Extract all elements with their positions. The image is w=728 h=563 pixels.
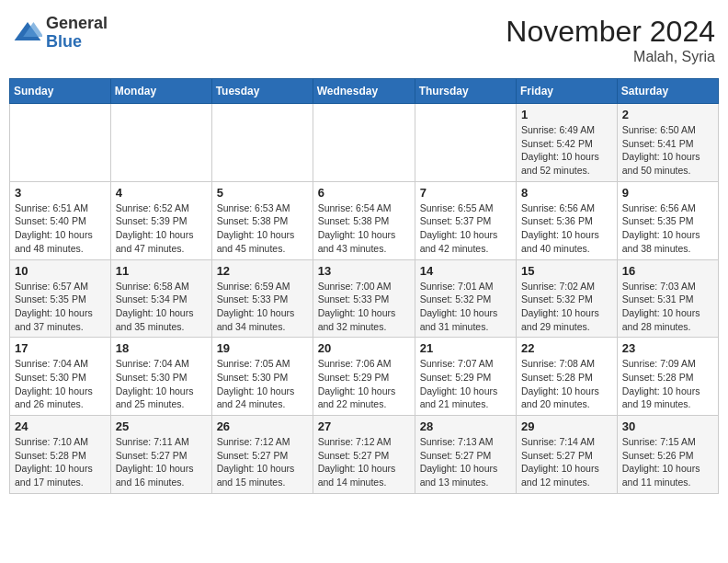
logo-icon (13, 18, 42, 48)
day-number: 27 (318, 419, 410, 433)
day-info: Sunrise: 7:08 AMSunset: 5:28 PMDaylight:… (521, 357, 612, 411)
calendar-cell: 29Sunrise: 7:14 AMSunset: 5:27 PMDayligh… (517, 416, 618, 494)
calendar-header-monday: Monday (110, 79, 211, 104)
day-info: Sunrise: 7:04 AMSunset: 5:30 PMDaylight:… (15, 357, 106, 411)
calendar-cell: 22Sunrise: 7:08 AMSunset: 5:28 PMDayligh… (517, 338, 618, 416)
calendar-week-row: 1Sunrise: 6:49 AMSunset: 5:42 PMDaylight… (10, 104, 719, 182)
calendar-cell: 3Sunrise: 6:51 AMSunset: 5:40 PMDaylight… (10, 181, 111, 259)
calendar-cell: 6Sunrise: 6:54 AMSunset: 5:38 PMDaylight… (313, 181, 415, 259)
logo: General Blue (13, 15, 108, 52)
calendar-header-saturday: Saturday (617, 79, 718, 104)
day-number: 28 (420, 419, 511, 433)
calendar-cell: 1Sunrise: 6:49 AMSunset: 5:42 PMDaylight… (517, 104, 618, 182)
day-info: Sunrise: 6:57 AMSunset: 5:35 PMDaylight:… (15, 280, 106, 334)
page-header: General Blue November 2024 Malah, Syria (9, 9, 719, 71)
day-info: Sunrise: 6:54 AMSunset: 5:38 PMDaylight:… (318, 201, 410, 256)
calendar-cell (415, 104, 516, 182)
calendar-cell (313, 104, 415, 182)
day-number: 18 (116, 341, 207, 355)
calendar-week-row: 17Sunrise: 7:04 AMSunset: 5:30 PMDayligh… (10, 338, 719, 416)
day-number: 25 (116, 419, 207, 433)
calendar-header-row: SundayMondayTuesdayWednesdayThursdayFrid… (10, 79, 719, 104)
calendar-cell: 14Sunrise: 7:01 AMSunset: 5:32 PMDayligh… (415, 259, 516, 338)
day-info: Sunrise: 7:00 AMSunset: 5:33 PMDaylight:… (318, 280, 410, 334)
day-info: Sunrise: 7:09 AMSunset: 5:28 PMDaylight:… (622, 357, 713, 411)
calendar-cell: 20Sunrise: 7:06 AMSunset: 5:29 PMDayligh… (313, 338, 415, 416)
day-number: 23 (622, 341, 713, 355)
day-number: 7 (420, 186, 511, 200)
day-info: Sunrise: 7:12 AMSunset: 5:27 PMDaylight:… (217, 435, 308, 489)
calendar-cell (211, 104, 313, 182)
calendar-cell: 2Sunrise: 6:50 AMSunset: 5:41 PMDaylight… (617, 104, 718, 182)
calendar-header-thursday: Thursday (415, 79, 516, 104)
day-info: Sunrise: 7:15 AMSunset: 5:26 PMDaylight:… (622, 435, 713, 489)
calendar-cell: 24Sunrise: 7:10 AMSunset: 5:28 PMDayligh… (10, 416, 111, 494)
day-number: 12 (217, 264, 308, 278)
calendar-cell: 17Sunrise: 7:04 AMSunset: 5:30 PMDayligh… (10, 338, 111, 416)
day-info: Sunrise: 6:55 AMSunset: 5:37 PMDaylight:… (420, 201, 511, 256)
day-info: Sunrise: 7:05 AMSunset: 5:30 PMDaylight:… (217, 357, 308, 411)
calendar-cell: 15Sunrise: 7:02 AMSunset: 5:32 PMDayligh… (517, 259, 618, 338)
calendar-cell (110, 104, 211, 182)
month-title: November 2024 (506, 15, 715, 49)
calendar-cell: 10Sunrise: 6:57 AMSunset: 5:35 PMDayligh… (10, 259, 111, 338)
day-number: 30 (622, 419, 713, 433)
day-info: Sunrise: 7:01 AMSunset: 5:32 PMDaylight:… (420, 280, 511, 334)
calendar-cell: 30Sunrise: 7:15 AMSunset: 5:26 PMDayligh… (617, 416, 718, 494)
calendar-cell: 26Sunrise: 7:12 AMSunset: 5:27 PMDayligh… (211, 416, 313, 494)
calendar-cell: 21Sunrise: 7:07 AMSunset: 5:29 PMDayligh… (415, 338, 516, 416)
calendar-cell: 4Sunrise: 6:52 AMSunset: 5:39 PMDaylight… (110, 181, 211, 259)
day-info: Sunrise: 7:12 AMSunset: 5:27 PMDaylight:… (318, 435, 410, 489)
calendar-week-row: 3Sunrise: 6:51 AMSunset: 5:40 PMDaylight… (10, 181, 719, 259)
day-number: 14 (420, 264, 511, 278)
day-number: 9 (622, 186, 713, 200)
calendar-cell: 23Sunrise: 7:09 AMSunset: 5:28 PMDayligh… (617, 338, 718, 416)
day-number: 10 (15, 264, 106, 278)
day-number: 22 (521, 341, 612, 355)
day-number: 15 (521, 264, 612, 278)
day-info: Sunrise: 7:14 AMSunset: 5:27 PMDaylight:… (521, 435, 612, 489)
day-number: 6 (318, 186, 410, 200)
day-info: Sunrise: 6:56 AMSunset: 5:36 PMDaylight:… (521, 201, 612, 256)
calendar-header-wednesday: Wednesday (313, 79, 415, 104)
day-number: 8 (521, 186, 612, 200)
day-info: Sunrise: 7:04 AMSunset: 5:30 PMDaylight:… (116, 357, 207, 411)
day-number: 1 (521, 108, 612, 121)
logo-general-text: General (46, 15, 108, 33)
day-number: 26 (217, 419, 308, 433)
day-number: 11 (116, 264, 207, 278)
logo-text: General Blue (46, 15, 108, 52)
day-number: 2 (622, 108, 713, 121)
calendar-header-friday: Friday (517, 79, 618, 104)
day-info: Sunrise: 7:07 AMSunset: 5:29 PMDaylight:… (420, 357, 511, 411)
day-info: Sunrise: 7:03 AMSunset: 5:31 PMDaylight:… (622, 280, 713, 334)
day-number: 20 (318, 341, 410, 355)
day-info: Sunrise: 6:53 AMSunset: 5:38 PMDaylight:… (217, 201, 308, 256)
calendar-cell: 7Sunrise: 6:55 AMSunset: 5:37 PMDaylight… (415, 181, 516, 259)
calendar-cell (10, 104, 111, 182)
calendar-cell: 9Sunrise: 6:56 AMSunset: 5:35 PMDaylight… (617, 181, 718, 259)
calendar-cell: 8Sunrise: 6:56 AMSunset: 5:36 PMDaylight… (517, 181, 618, 259)
day-number: 17 (15, 341, 106, 355)
calendar-cell: 11Sunrise: 6:58 AMSunset: 5:34 PMDayligh… (110, 259, 211, 338)
day-info: Sunrise: 7:13 AMSunset: 5:27 PMDaylight:… (420, 435, 511, 489)
calendar-cell: 5Sunrise: 6:53 AMSunset: 5:38 PMDaylight… (211, 181, 313, 259)
day-number: 19 (217, 341, 308, 355)
day-info: Sunrise: 7:11 AMSunset: 5:27 PMDaylight:… (116, 435, 207, 489)
calendar-cell: 27Sunrise: 7:12 AMSunset: 5:27 PMDayligh… (313, 416, 415, 494)
calendar-cell: 28Sunrise: 7:13 AMSunset: 5:27 PMDayligh… (415, 416, 516, 494)
day-info: Sunrise: 6:52 AMSunset: 5:39 PMDaylight:… (116, 201, 207, 256)
day-number: 16 (622, 264, 713, 278)
calendar-header-tuesday: Tuesday (211, 79, 313, 104)
title-section: November 2024 Malah, Syria (506, 15, 715, 65)
day-info: Sunrise: 6:51 AMSunset: 5:40 PMDaylight:… (15, 201, 106, 256)
calendar-table: SundayMondayTuesdayWednesdayThursdayFrid… (9, 78, 719, 494)
day-number: 3 (15, 186, 106, 200)
calendar-cell: 25Sunrise: 7:11 AMSunset: 5:27 PMDayligh… (110, 416, 211, 494)
day-info: Sunrise: 7:06 AMSunset: 5:29 PMDaylight:… (318, 357, 410, 411)
day-number: 24 (15, 419, 106, 433)
day-number: 4 (116, 186, 207, 200)
calendar-cell: 16Sunrise: 7:03 AMSunset: 5:31 PMDayligh… (617, 259, 718, 338)
day-number: 21 (420, 341, 511, 355)
day-info: Sunrise: 7:10 AMSunset: 5:28 PMDaylight:… (15, 435, 106, 489)
